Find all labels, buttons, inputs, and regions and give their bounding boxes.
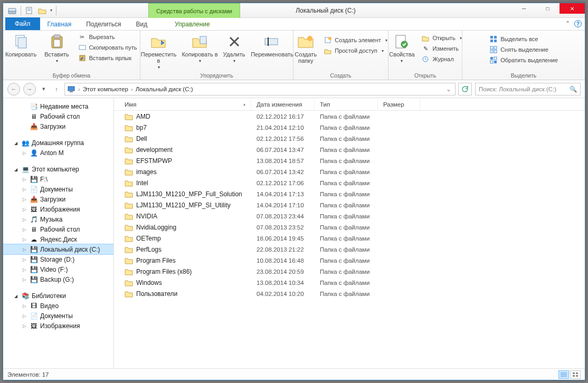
move-to-button[interactable]: Переместить в▾ xyxy=(139,32,179,70)
tree-pictures[interactable]: 🖼Изображения xyxy=(3,204,113,214)
tab-view[interactable]: Вид xyxy=(128,18,155,30)
refresh-button[interactable] xyxy=(458,83,472,95)
col-type[interactable]: Тип xyxy=(315,98,378,110)
file-row[interactable]: PerfLogs22.08.2013 21:22Папка с файлами xyxy=(114,244,585,255)
file-type: Папка с файлами xyxy=(315,224,378,231)
breadcrumb[interactable]: › Этот компьютер › Локальный диск (C:) ⌄ xyxy=(64,83,456,95)
properties-button[interactable]: Свойства▾ xyxy=(386,32,417,63)
tree-drive-f[interactable]: 💾F:\ xyxy=(3,174,113,184)
col-name[interactable]: Имя▴ xyxy=(114,98,251,110)
tree-lib-video[interactable]: 🎞Видео xyxy=(3,301,113,311)
tab-home[interactable]: Главная xyxy=(40,18,79,30)
file-list[interactable]: Имя▴ Дата изменения Тип Размер AMD02.12.… xyxy=(114,98,585,368)
file-row[interactable]: bp721.04.2014 12:10Папка с файлами xyxy=(114,122,585,133)
col-size[interactable]: Размер xyxy=(378,98,420,110)
tree-recent[interactable]: 📑Недавние места xyxy=(3,101,113,111)
copy-button[interactable]: Копировать xyxy=(4,32,38,58)
file-row[interactable]: development06.07.2014 13:47Папка с файла… xyxy=(114,144,585,155)
details-view-button[interactable] xyxy=(558,370,569,379)
tab-share[interactable]: Поделиться xyxy=(79,18,128,30)
libraries-icon: 📚 xyxy=(21,292,30,300)
file-row[interactable]: Program Files (x86)23.08.2014 20:59Папка… xyxy=(114,266,585,277)
file-row[interactable]: NvidiaLogging07.08.2013 23:52Папка с фай… xyxy=(114,222,585,233)
select-none-button[interactable]: Снять выделение xyxy=(487,45,560,54)
svg-rect-33 xyxy=(68,87,74,91)
help-icon[interactable]: ? xyxy=(574,20,582,27)
tree-downloads[interactable]: 📥Загрузки xyxy=(3,121,113,131)
back-button[interactable]: ← xyxy=(7,83,20,95)
svg-rect-29 xyxy=(490,57,493,60)
qat-dropdown-icon[interactable]: ▾ xyxy=(49,8,53,13)
easy-access-button[interactable]: Простой доступ xyxy=(321,46,390,55)
file-row[interactable]: NVIDIA07.08.2013 23:44Папка с файлами xyxy=(114,210,585,222)
tree-yandex-disk[interactable]: ☁Яндекс.Диск xyxy=(3,234,113,244)
file-name: Dell xyxy=(136,135,147,142)
delete-button[interactable]: Удалить▾ xyxy=(221,32,248,63)
tab-file[interactable]: Файл xyxy=(5,17,40,30)
tree-storage-d[interactable]: 💾Storage (D:) xyxy=(3,254,113,264)
breadcrumb-item[interactable]: Этот компьютер xyxy=(83,86,128,92)
copy-path-button[interactable]: Скопировать путь xyxy=(76,43,139,52)
tree-downloads2[interactable]: 📥Загрузки xyxy=(3,194,113,204)
file-row[interactable]: Dell02.12.2012 17:56Папка с файлами xyxy=(114,133,585,144)
recent-locations-button[interactable]: ▾ xyxy=(39,83,49,95)
paste-shortcut-button[interactable]: Вставить ярлык xyxy=(76,53,139,63)
col-date[interactable]: Дата изменения xyxy=(251,98,315,110)
drive-icon[interactable] xyxy=(6,5,18,16)
tree-lib-pics[interactable]: 🖼Изображения xyxy=(3,321,113,331)
tree-documents[interactable]: 📄Документы xyxy=(3,184,113,194)
file-row[interactable]: Windows13.08.2014 10:34Папка с файлами xyxy=(114,277,585,288)
tree-backup-g[interactable]: 💾Backup (G:) xyxy=(3,274,113,284)
tree-libraries[interactable]: 📚Библиотеки xyxy=(3,291,113,301)
folder-icon xyxy=(125,290,133,298)
maximize-button[interactable]: □ xyxy=(536,3,559,14)
file-row[interactable]: AMD02.12.2012 16:17Папка с файлами xyxy=(114,111,585,122)
tree-user[interactable]: 👤Anton M xyxy=(3,148,113,158)
file-row[interactable]: OETemp18.06.2014 19:45Папка с файлами xyxy=(114,233,585,244)
ribbon: Копировать Вставить ▾ ✂Вырезать Скопиров… xyxy=(3,31,585,80)
tree-lib-docs[interactable]: 📄Документы xyxy=(3,311,113,321)
cut-button[interactable]: ✂Вырезать xyxy=(76,32,139,42)
file-name: images xyxy=(136,168,157,176)
file-row[interactable]: Program Files10.08.2014 16:48Папка с фай… xyxy=(114,255,585,266)
collapse-ribbon-icon[interactable]: ⌃ xyxy=(565,20,570,27)
edit-button[interactable]: ✎Изменить xyxy=(419,44,463,53)
tree-music[interactable]: 🎵Музыка xyxy=(3,214,113,224)
minimize-button[interactable]: ─ xyxy=(512,3,536,14)
new-folder-button[interactable]: Создать папку xyxy=(292,32,319,64)
paste-button[interactable]: Вставить ▾ xyxy=(40,32,74,63)
icons-view-button[interactable] xyxy=(570,370,581,379)
file-row[interactable]: Intel02.12.2012 17:06Папка с файлами xyxy=(114,177,585,188)
file-row[interactable]: LJM1130_M1210_MFP_SI_Utility14.04.2014 1… xyxy=(114,199,585,210)
tree-drive-c[interactable]: 💾Локальный диск (C:) xyxy=(3,244,113,254)
up-button[interactable]: ↑ xyxy=(52,83,61,95)
file-row[interactable]: images06.07.2014 13:42Папка с файлами xyxy=(114,166,585,177)
breadcrumb-item[interactable]: Локальный диск (C:) xyxy=(136,86,193,92)
context-tab-drive-tools[interactable]: Средства работы с дисками xyxy=(148,3,240,18)
select-all-button[interactable]: Выделить все xyxy=(487,34,560,44)
tree-this-pc[interactable]: 💻Этот компьютер xyxy=(3,164,113,174)
file-row[interactable]: Пользователи04.02.2014 10:20Папка с файл… xyxy=(114,288,585,299)
open-icon xyxy=(421,34,430,42)
tree-homegroup[interactable]: 👥Домашняя группа xyxy=(3,138,113,148)
tree-desktop2[interactable]: 🖥Рабочий стол xyxy=(3,224,113,234)
tree-video-f[interactable]: 💾Video (F:) xyxy=(3,264,113,274)
tree-desktop[interactable]: 🖥Рабочий стол xyxy=(3,111,113,121)
tab-manage[interactable]: Управление xyxy=(159,18,226,30)
file-row[interactable]: LJM1130_M1210_MFP_Full_Solution14.04.201… xyxy=(114,188,585,199)
recent-icon: 📑 xyxy=(30,102,38,111)
new-item-button[interactable]: Создать элемент xyxy=(321,35,390,45)
history-button[interactable]: Журнал xyxy=(419,54,463,64)
copy-to-button[interactable]: Копировать в▾ xyxy=(181,32,219,63)
forward-button[interactable]: → xyxy=(23,83,36,95)
search-input[interactable]: Поиск: Локальный диск (C:) 🔍 xyxy=(475,83,581,95)
close-button[interactable]: ✕ xyxy=(559,3,585,14)
properties-icon[interactable] xyxy=(24,5,35,16)
rename-button[interactable]: Переименовать xyxy=(250,32,295,58)
open-button[interactable]: Открыть xyxy=(419,33,463,43)
invert-selection-button[interactable]: Обратить выделение xyxy=(487,55,560,65)
file-row[interactable]: EFSTMPWP13.08.2014 18:57Папка с файлами xyxy=(114,155,585,166)
new-folder-icon[interactable] xyxy=(36,5,48,16)
nav-tree[interactable]: 📑Недавние места 🖥Рабочий стол 📥Загрузки … xyxy=(3,98,114,368)
breadcrumb-dropdown-icon[interactable]: ⌄ xyxy=(444,85,453,93)
